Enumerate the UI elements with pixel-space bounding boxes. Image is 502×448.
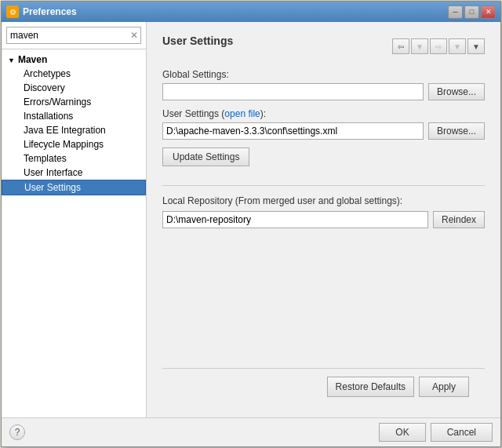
tree-item-java-ee[interactable]: Java EE Integration — [2, 123, 146, 137]
right-panel: User Settings ⇦ ▼ ⇨ ▼ ▼ Global Settings:… — [147, 22, 500, 417]
nav-forward-button[interactable]: ⇨ — [430, 38, 447, 54]
ok-button[interactable]: OK — [379, 423, 425, 442]
user-settings-label: User Settings (open file): — [162, 108, 485, 119]
main-content: ✕ ▼Maven Archetypes Discovery Errors/War… — [2, 22, 500, 417]
footer-right: OK Cancel — [379, 423, 493, 442]
section-divider — [162, 185, 485, 186]
panel-title: User Settings — [162, 35, 233, 47]
search-input[interactable] — [6, 27, 141, 44]
tree-item-maven[interactable]: ▼Maven — [2, 53, 146, 67]
tree-item-archetypes[interactable]: Archetypes — [2, 67, 146, 81]
tree-item-discovery[interactable]: Discovery — [2, 81, 146, 95]
user-settings-input[interactable] — [162, 122, 424, 140]
global-settings-input[interactable] — [162, 83, 424, 100]
global-settings-label: Global Settings: — [162, 69, 485, 80]
local-repo-label: Local Repository (From merged user and g… — [162, 195, 485, 206]
restore-defaults-button[interactable]: Restore Defaults — [327, 377, 414, 397]
open-file-link[interactable]: open file — [224, 108, 260, 119]
local-repo-row: Reindex — [162, 211, 485, 228]
nav-back-button[interactable]: ⇦ — [392, 38, 409, 54]
tree-item-templates[interactable]: Templates — [2, 151, 146, 166]
search-clear-icon[interactable]: ✕ — [130, 30, 138, 41]
tree-item-user-interface[interactable]: User Interface — [2, 166, 146, 180]
cancel-button[interactable]: Cancel — [431, 423, 493, 442]
panel-nav: ⇦ ▼ ⇨ ▼ ▼ — [392, 38, 485, 54]
tree-item-errors-warnings[interactable]: Errors/Warnings — [2, 95, 146, 109]
browse-global-button[interactable]: Browse... — [428, 83, 485, 100]
global-settings-row: Browse... — [162, 83, 485, 100]
close-button[interactable]: ✕ — [481, 5, 496, 19]
reindex-button[interactable]: Reindex — [433, 211, 485, 228]
sidebar: ✕ ▼Maven Archetypes Discovery Errors/War… — [2, 22, 147, 417]
title-bar-buttons: ─ □ ✕ — [448, 5, 496, 19]
preferences-window: ⚙ Preferences ─ □ ✕ ✕ ▼Maven Archetypes — [1, 1, 501, 447]
search-box-wrap: ✕ — [2, 22, 146, 49]
expand-icon: ▼ — [8, 56, 15, 64]
nav-forward-dropdown[interactable]: ▼ — [449, 38, 466, 54]
nav-back-dropdown[interactable]: ▼ — [411, 38, 428, 54]
title-bar: ⚙ Preferences ─ □ ✕ — [2, 2, 500, 22]
tree-item-installations[interactable]: Installations — [2, 109, 146, 123]
user-settings-row: Browse... — [162, 122, 485, 140]
tree: ▼Maven Archetypes Discovery Errors/Warni… — [2, 49, 146, 417]
window-title: Preferences — [23, 6, 77, 17]
title-bar-left: ⚙ Preferences — [6, 5, 77, 18]
local-repo-input[interactable] — [162, 211, 428, 228]
tree-item-user-settings[interactable]: User Settings — [2, 180, 146, 195]
maximize-button[interactable]: □ — [464, 5, 479, 19]
window-icon: ⚙ — [6, 5, 19, 18]
minimize-button[interactable]: ─ — [448, 5, 463, 19]
bottom-buttons: Restore Defaults Apply — [162, 368, 485, 405]
nav-menu-button[interactable]: ▼ — [467, 38, 485, 54]
tree-item-lifecycle-mappings[interactable]: Lifecycle Mappings — [2, 137, 146, 151]
help-button[interactable]: ? — [9, 424, 25, 440]
panel-header: User Settings ⇦ ▼ ⇨ ▼ ▼ — [162, 35, 485, 58]
footer: ? OK Cancel — [2, 417, 500, 446]
update-settings-button[interactable]: Update Settings — [162, 148, 249, 166]
browse-user-button[interactable]: Browse... — [428, 122, 485, 140]
apply-button[interactable]: Apply — [419, 377, 469, 397]
